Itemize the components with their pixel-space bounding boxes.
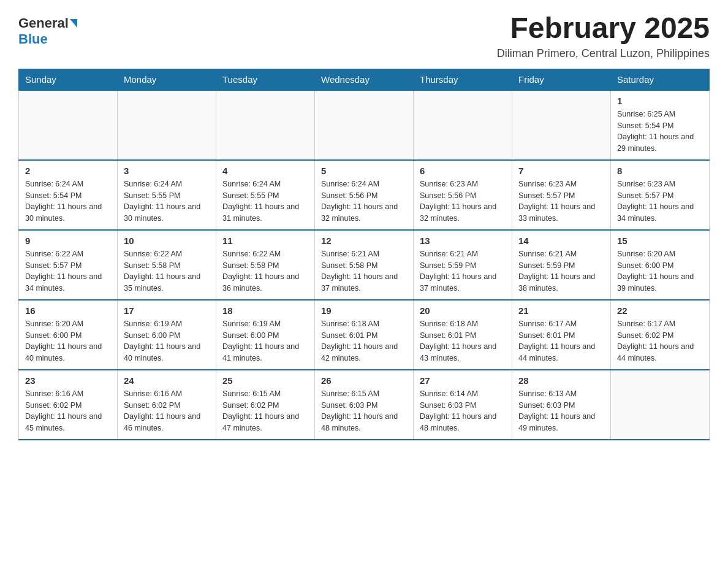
calendar-cell: 4Sunrise: 6:24 AMSunset: 5:55 PMDaylight… xyxy=(216,160,315,230)
daylight-text: Daylight: 11 hours and 42 minutes. xyxy=(321,341,407,364)
calendar-header-saturday: Saturday xyxy=(611,69,710,90)
sunrise-text: Sunrise: 6:16 AM xyxy=(124,388,210,400)
calendar-cell: 12Sunrise: 6:21 AMSunset: 5:58 PMDayligh… xyxy=(315,230,414,300)
sunset-text: Sunset: 6:03 PM xyxy=(420,400,506,412)
day-number: 16 xyxy=(25,305,111,316)
sunrise-text: Sunrise: 6:17 AM xyxy=(518,318,604,330)
calendar-cell: 24Sunrise: 6:16 AMSunset: 6:02 PMDayligh… xyxy=(118,370,216,440)
sunrise-text: Sunrise: 6:24 AM xyxy=(222,178,308,190)
sunset-text: Sunset: 6:00 PM xyxy=(617,260,703,272)
calendar-cell: 6Sunrise: 6:23 AMSunset: 5:56 PMDaylight… xyxy=(414,160,512,230)
daylight-text: Daylight: 11 hours and 37 minutes. xyxy=(420,271,506,294)
day-info: Sunrise: 6:24 AMSunset: 5:56 PMDaylight:… xyxy=(321,178,407,224)
month-title: February 2025 xyxy=(497,12,710,45)
day-number: 10 xyxy=(124,236,210,246)
calendar-cell: 20Sunrise: 6:18 AMSunset: 6:01 PMDayligh… xyxy=(414,300,512,370)
day-info: Sunrise: 6:18 AMSunset: 6:01 PMDaylight:… xyxy=(321,318,407,364)
day-number: 28 xyxy=(518,375,604,386)
sunrise-text: Sunrise: 6:21 AM xyxy=(518,248,604,260)
title-block: February 2025 Diliman Primero, Central L… xyxy=(497,12,710,60)
day-info: Sunrise: 6:16 AMSunset: 6:02 PMDaylight:… xyxy=(25,388,111,434)
sunrise-text: Sunrise: 6:14 AM xyxy=(420,388,506,400)
sunset-text: Sunset: 5:56 PM xyxy=(420,190,506,202)
sunrise-text: Sunrise: 6:22 AM xyxy=(124,248,210,260)
sunrise-text: Sunrise: 6:21 AM xyxy=(420,248,506,260)
day-number: 12 xyxy=(321,236,407,246)
sunset-text: Sunset: 6:00 PM xyxy=(222,330,308,342)
sunset-text: Sunset: 5:58 PM xyxy=(222,260,308,272)
calendar-cell: 14Sunrise: 6:21 AMSunset: 5:59 PMDayligh… xyxy=(512,230,611,300)
sunrise-text: Sunrise: 6:23 AM xyxy=(518,178,604,190)
daylight-text: Daylight: 11 hours and 31 minutes. xyxy=(222,201,308,224)
sunset-text: Sunset: 5:58 PM xyxy=(321,260,407,272)
calendar-cell xyxy=(19,90,118,160)
sunrise-text: Sunrise: 6:24 AM xyxy=(124,178,210,190)
calendar-header-sunday: Sunday xyxy=(19,69,118,90)
sunset-text: Sunset: 6:02 PM xyxy=(222,400,308,412)
daylight-text: Daylight: 11 hours and 35 minutes. xyxy=(124,271,210,294)
day-info: Sunrise: 6:24 AMSunset: 5:55 PMDaylight:… xyxy=(222,178,308,224)
calendar-header-row: SundayMondayTuesdayWednesdayThursdayFrid… xyxy=(19,69,710,90)
sunset-text: Sunset: 6:01 PM xyxy=(420,330,506,342)
logo: General Blue xyxy=(18,12,78,47)
day-info: Sunrise: 6:13 AMSunset: 6:03 PMDaylight:… xyxy=(518,388,604,434)
daylight-text: Daylight: 11 hours and 40 minutes. xyxy=(124,341,210,364)
day-info: Sunrise: 6:22 AMSunset: 5:58 PMDaylight:… xyxy=(124,248,210,294)
sunset-text: Sunset: 6:03 PM xyxy=(321,400,407,412)
daylight-text: Daylight: 11 hours and 34 minutes. xyxy=(25,271,111,294)
daylight-text: Daylight: 11 hours and 45 minutes. xyxy=(25,411,111,434)
calendar-cell: 28Sunrise: 6:13 AMSunset: 6:03 PMDayligh… xyxy=(512,370,611,440)
daylight-text: Daylight: 11 hours and 33 minutes. xyxy=(518,201,604,224)
calendar-cell: 13Sunrise: 6:21 AMSunset: 5:59 PMDayligh… xyxy=(414,230,512,300)
sunset-text: Sunset: 5:59 PM xyxy=(420,260,506,272)
calendar-cell: 21Sunrise: 6:17 AMSunset: 6:01 PMDayligh… xyxy=(512,300,611,370)
sunset-text: Sunset: 5:55 PM xyxy=(222,190,308,202)
calendar-header-monday: Monday xyxy=(118,69,216,90)
day-info: Sunrise: 6:25 AMSunset: 5:54 PMDaylight:… xyxy=(617,109,703,155)
day-number: 5 xyxy=(321,166,407,176)
sunset-text: Sunset: 5:57 PM xyxy=(617,190,703,202)
calendar-cell: 10Sunrise: 6:22 AMSunset: 5:58 PMDayligh… xyxy=(118,230,216,300)
day-info: Sunrise: 6:23 AMSunset: 5:57 PMDaylight:… xyxy=(518,178,604,224)
day-info: Sunrise: 6:14 AMSunset: 6:03 PMDaylight:… xyxy=(420,388,506,434)
day-info: Sunrise: 6:24 AMSunset: 5:54 PMDaylight:… xyxy=(25,178,111,224)
day-info: Sunrise: 6:22 AMSunset: 5:58 PMDaylight:… xyxy=(222,248,308,294)
sunset-text: Sunset: 6:00 PM xyxy=(25,330,111,342)
day-number: 20 xyxy=(420,305,506,316)
calendar-header-thursday: Thursday xyxy=(414,69,512,90)
sunset-text: Sunset: 6:00 PM xyxy=(124,330,210,342)
calendar-header-friday: Friday xyxy=(512,69,611,90)
sunset-text: Sunset: 6:02 PM xyxy=(617,330,703,342)
sunrise-text: Sunrise: 6:18 AM xyxy=(321,318,407,330)
calendar-cell: 5Sunrise: 6:24 AMSunset: 5:56 PMDaylight… xyxy=(315,160,414,230)
calendar-cell: 9Sunrise: 6:22 AMSunset: 5:57 PMDaylight… xyxy=(19,230,118,300)
daylight-text: Daylight: 11 hours and 46 minutes. xyxy=(124,411,210,434)
logo-general-text: General xyxy=(18,15,69,31)
day-number: 9 xyxy=(25,236,111,246)
day-number: 6 xyxy=(420,166,506,176)
sunrise-text: Sunrise: 6:17 AM xyxy=(617,318,703,330)
sunset-text: Sunset: 5:58 PM xyxy=(124,260,210,272)
day-number: 7 xyxy=(518,166,604,176)
day-number: 11 xyxy=(222,236,308,246)
daylight-text: Daylight: 11 hours and 37 minutes. xyxy=(321,271,407,294)
day-info: Sunrise: 6:21 AMSunset: 5:59 PMDaylight:… xyxy=(420,248,506,294)
calendar-cell: 2Sunrise: 6:24 AMSunset: 5:54 PMDaylight… xyxy=(19,160,118,230)
sunrise-text: Sunrise: 6:16 AM xyxy=(25,388,111,400)
day-info: Sunrise: 6:19 AMSunset: 6:00 PMDaylight:… xyxy=(124,318,210,364)
daylight-text: Daylight: 11 hours and 34 minutes. xyxy=(617,201,703,224)
sunrise-text: Sunrise: 6:23 AM xyxy=(420,178,506,190)
day-info: Sunrise: 6:22 AMSunset: 5:57 PMDaylight:… xyxy=(25,248,111,294)
calendar-cell: 18Sunrise: 6:19 AMSunset: 6:00 PMDayligh… xyxy=(216,300,315,370)
sunset-text: Sunset: 5:55 PM xyxy=(124,190,210,202)
calendar-header-tuesday: Tuesday xyxy=(216,69,315,90)
sunset-text: Sunset: 6:03 PM xyxy=(518,400,604,412)
day-info: Sunrise: 6:18 AMSunset: 6:01 PMDaylight:… xyxy=(420,318,506,364)
day-info: Sunrise: 6:17 AMSunset: 6:01 PMDaylight:… xyxy=(518,318,604,364)
daylight-text: Daylight: 11 hours and 32 minutes. xyxy=(420,201,506,224)
day-number: 1 xyxy=(617,96,703,106)
calendar-cell xyxy=(315,90,414,160)
day-number: 25 xyxy=(222,375,308,386)
day-number: 21 xyxy=(518,305,604,316)
calendar-cell: 3Sunrise: 6:24 AMSunset: 5:55 PMDaylight… xyxy=(118,160,216,230)
